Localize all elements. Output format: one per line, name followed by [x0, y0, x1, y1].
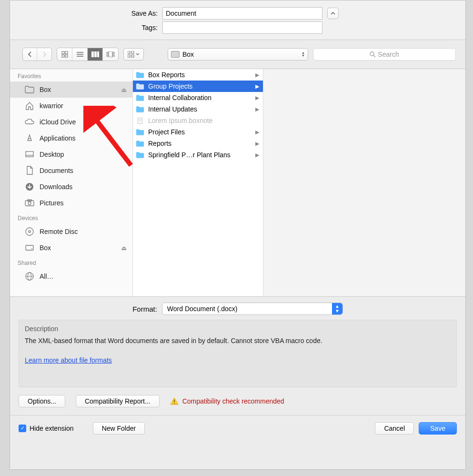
sidebar-item-label: Box — [40, 244, 121, 252]
downloads-icon — [24, 182, 35, 192]
svg-line-18 — [373, 55, 375, 57]
path-control[interactable]: Box ▲▼ — [168, 48, 308, 61]
select-caret-icon: ▲▼ — [332, 303, 342, 314]
chevron-right-icon: ▶ — [255, 141, 259, 147]
globe-icon — [24, 271, 35, 282]
chevron-right-icon: ▶ — [255, 83, 259, 90]
column-item[interactable]: Internal Collaboration▶ — [133, 92, 263, 103]
svg-rect-11 — [109, 51, 112, 57]
drive-icon — [171, 51, 180, 58]
arrange-icon — [128, 51, 134, 58]
svg-point-29 — [31, 248, 32, 249]
browser: FavoritesBox⏏kwarrioriCloud DriveApplica… — [10, 69, 465, 297]
arrange-button[interactable] — [123, 48, 144, 61]
sidebar-item-label: iCloud Drive — [40, 118, 127, 126]
search-placeholder: Search — [378, 51, 399, 58]
svg-rect-14 — [131, 51, 134, 53]
column-item[interactable]: Springfield P…r Plant Plans▶ — [133, 149, 263, 161]
save-as-input[interactable] — [162, 7, 322, 20]
sidebar-item-icloud-drive[interactable]: iCloud Drive — [10, 114, 132, 130]
sidebar-item-pictures[interactable]: Pictures — [10, 195, 132, 211]
compat-warning: Compatibility check recommended — [170, 397, 284, 405]
svg-rect-7 — [91, 51, 94, 57]
chevron-right-icon — [42, 51, 47, 57]
svg-point-24 — [28, 202, 31, 205]
tags-input[interactable] — [162, 21, 322, 34]
column-item[interactable]: Internal Updates▶ — [133, 103, 263, 115]
new-folder-button[interactable]: New Folder — [93, 422, 145, 435]
home-icon — [24, 101, 35, 111]
chevron-down-icon — [136, 53, 140, 56]
column-item-label: Internal Collaboration — [148, 94, 255, 101]
svg-point-38 — [174, 403, 175, 404]
svg-rect-15 — [128, 55, 130, 57]
cloud-icon — [24, 117, 35, 127]
apps-icon — [24, 133, 35, 143]
cancel-button[interactable]: Cancel — [375, 422, 414, 435]
column-view-button[interactable] — [88, 48, 103, 61]
svg-rect-0 — [62, 51, 64, 54]
sidebar-item-box[interactable]: Box⏏ — [10, 81, 132, 98]
sidebar-item-applications[interactable]: Applications — [10, 130, 132, 146]
hide-extension-checkbox[interactable]: ✓ Hide extension — [19, 425, 74, 432]
svg-rect-16 — [131, 55, 134, 57]
svg-point-27 — [29, 231, 30, 233]
checkbox-checked-icon: ✓ — [19, 425, 26, 432]
warning-icon — [170, 397, 179, 405]
save-button[interactable]: Save — [419, 422, 457, 435]
column-item[interactable]: Project Files▶ — [133, 126, 263, 138]
sidebar-item-documents[interactable]: Documents — [10, 162, 132, 179]
format-select[interactable]: Word Document (.docx) ▲▼ — [162, 303, 343, 315]
column-item-label: Springfield P…r Plant Plans — [148, 151, 255, 159]
column-item-label: Group Projects — [148, 82, 255, 90]
options-button[interactable]: Options... — [19, 395, 65, 407]
chevron-right-icon: ▶ — [255, 152, 259, 158]
chevron-right-icon: ▶ — [255, 129, 259, 135]
column-item[interactable]: Reports▶ — [133, 138, 263, 149]
icon-view-button[interactable] — [57, 48, 72, 61]
column-item: Lorem Ipsum.boxnote — [133, 115, 263, 126]
svg-rect-8 — [94, 51, 97, 57]
coverflow-view-button[interactable] — [103, 48, 118, 61]
back-button[interactable] — [23, 48, 37, 61]
format-label: Format: — [132, 305, 157, 313]
svg-rect-1 — [65, 51, 68, 54]
search-field[interactable]: Search — [313, 48, 456, 61]
sidebar-item-kwarrior[interactable]: kwarrior — [10, 98, 132, 114]
pictures-icon — [24, 198, 35, 208]
forward-button[interactable] — [37, 48, 51, 61]
sidebar-item-downloads[interactable]: Downloads — [10, 179, 132, 195]
compatibility-report-button[interactable]: Compatibility Report... — [76, 395, 160, 407]
nav-buttons — [22, 48, 52, 61]
column-item-label: Internal Updates — [148, 105, 255, 113]
sidebar-section-title: Favorites — [10, 69, 132, 81]
collapse-button[interactable] — [327, 8, 339, 19]
format-value: Word Document (.docx) — [167, 305, 238, 313]
view-mode-buttons — [57, 48, 119, 61]
chevron-left-icon — [28, 51, 32, 57]
sidebar-item-box[interactable]: Box⏏ — [10, 240, 132, 256]
sidebar-item-label: Box — [40, 86, 121, 93]
path-stepper-icon: ▲▼ — [302, 51, 305, 57]
column-item[interactable]: Box Reports▶ — [133, 69, 263, 81]
list-view-button[interactable] — [72, 48, 88, 61]
description-title: Description — [25, 325, 451, 333]
svg-rect-3 — [65, 55, 68, 57]
eject-icon[interactable]: ⏏ — [121, 244, 127, 252]
sidebar-item-desktop[interactable]: Desktop — [10, 146, 132, 162]
column-item[interactable]: Group Projects▶ — [133, 81, 263, 92]
svg-rect-9 — [97, 51, 99, 57]
sidebar-item-label: kwarrior — [40, 102, 127, 110]
list-icon — [77, 51, 83, 57]
sidebar-item-remote-disc[interactable]: Remote Disc — [10, 223, 132, 240]
svg-rect-20 — [26, 152, 33, 157]
description-box: Description The XML-based format that Wo… — [19, 320, 457, 387]
coverflow-icon — [106, 51, 115, 57]
sidebar-item-all-[interactable]: All… — [10, 268, 132, 284]
sidebar-item-label: Downloads — [40, 183, 127, 191]
svg-rect-33 — [138, 118, 142, 123]
eject-icon[interactable]: ⏏ — [121, 86, 127, 93]
svg-rect-12 — [113, 52, 115, 56]
learn-more-link[interactable]: Learn more about file formats — [25, 356, 112, 364]
docs-icon — [24, 165, 35, 176]
